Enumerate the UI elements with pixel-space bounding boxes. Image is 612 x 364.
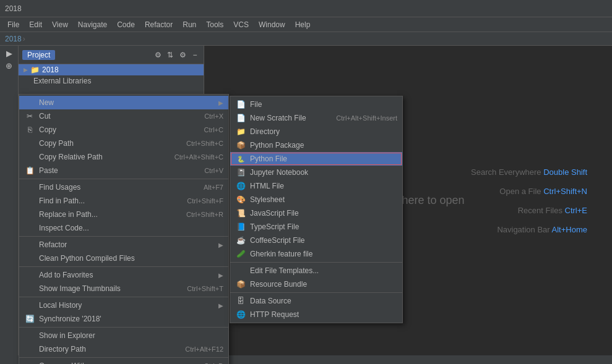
- ctx-add-favorites[interactable]: Add to Favorites ▶: [19, 268, 228, 282]
- ctx-find-usages-label: Find Usages: [39, 183, 194, 192]
- resource-icon: 📦: [235, 279, 246, 290]
- ctx-replace-in-path[interactable]: Replace in Path... Ctrl+Shift+R: [19, 208, 228, 221]
- sub-http-request[interactable]: 🌐 HTTP Request: [230, 308, 402, 321]
- sub-html[interactable]: 🌐 HTML File: [230, 179, 402, 193]
- ctx-find-usages[interactable]: Find Usages Alt+F7: [19, 180, 228, 194]
- sub-data-source-label: Data Source: [250, 297, 397, 305]
- sub-http-label: HTTP Request: [250, 310, 397, 319]
- sub-scratch-shortcut: Ctrl+Alt+Shift+Insert: [336, 114, 397, 122]
- sub-html-label: HTML File: [250, 182, 397, 190]
- sub-jupyter[interactable]: 📓 Jupyter Notebook: [230, 166, 402, 179]
- menu-tools[interactable]: Tools: [201, 19, 228, 30]
- edit-templates-icon: [235, 265, 246, 276]
- sub-new-scratch[interactable]: 📄 New Scratch File Ctrl+Alt+Shift+Insert: [230, 111, 402, 125]
- sub-directory[interactable]: 📁 Directory: [230, 125, 402, 138]
- menu-run[interactable]: Run: [178, 19, 201, 30]
- sub-file-label: File: [250, 100, 397, 109]
- menu-help[interactable]: Help: [290, 19, 316, 30]
- sub-jupyter-label: Jupyter Notebook: [250, 168, 397, 177]
- directory-icon: 📁: [235, 126, 246, 137]
- sub-ts-label: TypeScript File: [250, 222, 397, 231]
- ctx-thumbnails[interactable]: Show Image Thumbnails Ctrl+Shift+T: [19, 282, 228, 295]
- ctx-paste[interactable]: 📋 Paste Ctrl+V: [19, 164, 228, 177]
- sub-sep-1: [230, 262, 402, 263]
- new-arrow: ▶: [218, 99, 223, 106]
- html-icon: 🌐: [235, 180, 246, 192]
- history-arrow: ▶: [218, 302, 223, 309]
- refactor-icon: [24, 239, 35, 250]
- menu-refactor[interactable]: Refactor: [140, 19, 178, 30]
- menu-file[interactable]: File: [2, 19, 24, 30]
- sub-edit-templates-label: Edit File Templates...: [250, 266, 397, 275]
- ctx-sep-1: [19, 179, 228, 179]
- breadcrumb-sep: ›: [23, 35, 25, 43]
- coffee-icon: ☕: [235, 235, 246, 246]
- ctx-directory-path[interactable]: Directory Path Ctrl+Alt+F12: [19, 342, 228, 356]
- sub-python-file-label: Python File: [250, 154, 397, 163]
- explorer-icon: [24, 330, 35, 341]
- ctx-copy-relative[interactable]: Copy Relative Path Ctrl+Alt+Shift+C: [19, 150, 228, 164]
- sub-resource-bundle[interactable]: 📦 Resource Bundle: [230, 277, 402, 291]
- ctx-copy-path-label: Copy Path: [39, 139, 176, 148]
- breadcrumb-2018[interactable]: 2018: [5, 35, 22, 43]
- sub-js-label: JavaScript File: [250, 209, 397, 218]
- ctx-cut-label: Cut: [39, 112, 194, 121]
- sub-typescript[interactable]: 📘 TypeScript File: [230, 220, 402, 234]
- python-icon: 🐍: [235, 153, 246, 164]
- sub-python-package[interactable]: 📦 Python Package: [230, 138, 402, 152]
- sub-javascript[interactable]: 📜 JavaScript File: [230, 206, 402, 220]
- ctx-cut[interactable]: ✂ Cut Ctrl+X: [19, 109, 228, 123]
- data-source-icon: 🗄: [235, 295, 246, 307]
- sync-icon: 🔄: [24, 313, 35, 324]
- new-icon: [24, 97, 35, 108]
- ctx-paste-shortcut: Ctrl+V: [204, 167, 223, 174]
- ctx-copy-path[interactable]: Copy Path Ctrl+Shift+C: [19, 137, 228, 150]
- ctx-synchronize[interactable]: 🔄 Synchronize '2018': [19, 312, 228, 326]
- sub-coffeescript[interactable]: ☕ CoffeeScript File: [230, 234, 402, 247]
- ctx-replace-shortcut: Ctrl+Shift+R: [186, 211, 223, 218]
- menu-vcs[interactable]: VCS: [228, 19, 254, 30]
- sub-python-file[interactable]: 🐍 Python File: [230, 152, 402, 166]
- ctx-clean-compiled[interactable]: Clean Python Compiled Files: [19, 252, 228, 265]
- ctx-cut-shortcut: Ctrl+X: [204, 112, 223, 120]
- ctx-inspect-code[interactable]: Inspect Code...: [19, 221, 228, 235]
- ctx-local-history[interactable]: Local History ▶: [19, 298, 228, 312]
- ctx-find-in-path-shortcut: Ctrl+Shift+F: [187, 197, 223, 205]
- copy-relative-icon: [24, 151, 35, 163]
- ctx-copy[interactable]: ⎘ Copy Ctrl+C: [19, 123, 228, 137]
- submenu-new: 📄 File 📄 New Scratch File Ctrl+Alt+Shift…: [230, 96, 403, 323]
- menu-edit[interactable]: Edit: [24, 19, 47, 30]
- ctx-favorites-label: Add to Favorites: [39, 271, 216, 279]
- copy-icon: ⎘: [24, 124, 35, 135]
- ts-icon: 📘: [235, 221, 246, 232]
- ctx-dir-path-shortcut: Ctrl+Alt+F12: [185, 345, 223, 353]
- ctx-thumbnails-label: Show Image Thumbnails: [39, 284, 177, 293]
- menu-code[interactable]: Code: [112, 19, 140, 30]
- sub-gherkin[interactable]: 🥒 Gherkin feature file: [230, 247, 402, 261]
- replace-icon: [24, 209, 35, 220]
- menu-window[interactable]: Window: [254, 19, 290, 30]
- menu-view[interactable]: View: [47, 19, 73, 30]
- ctx-show-explorer[interactable]: Show in Explorer: [19, 329, 228, 342]
- sub-data-source[interactable]: 🗄 Data Source: [230, 294, 402, 308]
- cut-icon: ✂: [24, 111, 35, 122]
- ctx-new[interactable]: New ▶ 📄 File 📄 New Scratch File Ctrl+Alt…: [19, 96, 228, 109]
- stylesheet-icon: 🎨: [235, 194, 246, 205]
- ctx-sep-2: [19, 236, 228, 237]
- sub-file[interactable]: 📄 File: [230, 98, 402, 111]
- ctx-compare-with[interactable]: Compare With... Ctrl+D: [19, 359, 228, 364]
- ctx-explorer-label: Show in Explorer: [39, 331, 223, 340]
- ctx-sync-label: Synchronize '2018': [39, 315, 223, 323]
- ctx-thumbnails-shortcut: Ctrl+Shift+T: [187, 285, 223, 292]
- sub-stylesheet[interactable]: 🎨 Stylesheet: [230, 193, 402, 206]
- favorites-icon: [24, 269, 35, 281]
- sub-edit-templates[interactable]: Edit File Templates...: [230, 264, 402, 277]
- dir-path-icon: [24, 344, 35, 355]
- scratch-icon: 📄: [235, 112, 246, 124]
- ctx-find-in-path[interactable]: Find in Path... Ctrl+Shift+F: [19, 194, 228, 208]
- sub-coffee-label: CoffeeScript File: [250, 236, 397, 245]
- ctx-history-label: Local History: [39, 301, 216, 310]
- ctx-refactor[interactable]: Refactor ▶: [19, 238, 228, 252]
- inspect-icon: [24, 222, 35, 234]
- menu-navigate[interactable]: Navigate: [73, 19, 112, 30]
